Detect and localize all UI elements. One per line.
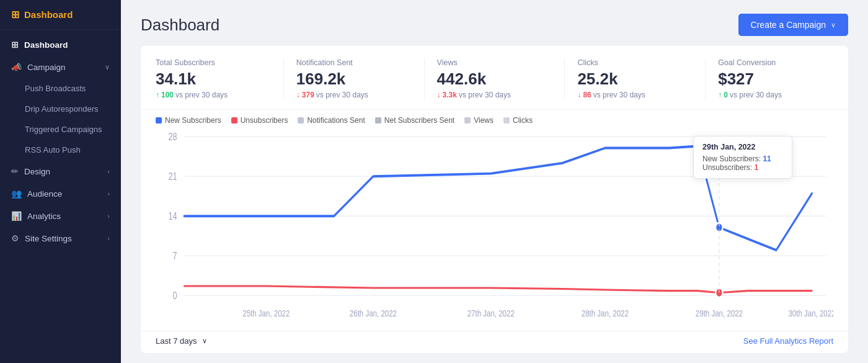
up-arrow-4: ↑: [718, 91, 722, 99]
time-filter[interactable]: Last 7 days ∨: [156, 336, 207, 346]
stat-value-3: 25.2k: [577, 69, 693, 89]
sidebar-label-audience: Audience: [27, 189, 62, 199]
legend-label-notifications: Notifications Sent: [307, 116, 365, 125]
tooltip-unsubscribers-row: Unsubscribers: 1: [702, 163, 783, 172]
legend-label-net-subscribers: Net Subscribers Sent: [384, 116, 454, 125]
sidebar-item-push-broadcasts[interactable]: Push Broadcasts: [0, 78, 121, 99]
svg-text:28th Jan, 2022: 28th Jan, 2022: [582, 308, 629, 318]
legend-clicks: Clicks: [503, 116, 533, 125]
create-campaign-button[interactable]: Create a Campaign ∨: [738, 14, 848, 36]
up-arrow-0: ↑: [156, 91, 159, 99]
stat-label-4: Goal Conversion: [718, 58, 833, 67]
main-header: Dashboard Create a Campaign ∨: [121, 0, 868, 46]
chart-area: 28 21 14 7 0 25th Jan, 2022 26th Jan, 20…: [141, 127, 848, 331]
stat-goal-conversion: Goal Conversion $327 ↑ 0 vs prev 30 days: [718, 58, 833, 99]
down-arrow-2: ↓: [437, 91, 441, 99]
sidebar-label-dashboard: Dashboard: [24, 40, 68, 50]
chevron-down-icon-filter: ∨: [202, 337, 207, 345]
create-campaign-label: Create a Campaign: [751, 20, 826, 30]
analytics-icon: 📊: [11, 211, 22, 221]
page-title: Dashboard: [141, 16, 219, 35]
svg-text:7: 7: [172, 251, 177, 262]
sidebar-label-analytics: Analytics: [27, 212, 61, 221]
sidebar-item-rss-auto-push[interactable]: RSS Auto Push: [0, 140, 121, 160]
sidebar-item-analytics[interactable]: 📊 Analytics ›: [0, 205, 121, 227]
settings-icon: ⚙: [11, 233, 19, 243]
stat-clicks: Clicks 25.2k ↓ 86 vs prev 30 days: [577, 58, 706, 99]
sidebar-item-drip-autoresponders[interactable]: Drip Autoresponders: [0, 99, 121, 119]
change-val-0: 100: [161, 91, 174, 99]
change-text-1: vs prev 30 days: [316, 91, 368, 99]
sidebar-logo[interactable]: ⊞ Dashboard: [0, 0, 121, 30]
legend-unsubscribers: Unsubscribers: [231, 116, 288, 125]
legend-views: Views: [464, 116, 494, 125]
stat-change-2: ↓ 3.3k vs prev 30 days: [437, 91, 552, 99]
tooltip-new-subscribers-label: New Subscribers:: [702, 155, 761, 163]
stat-value-2: 442.6k: [437, 69, 552, 89]
tooltip-date: 29th Jan, 2022: [702, 143, 783, 151]
chevron-down-icon-btn: ∨: [831, 21, 836, 29]
svg-text:14: 14: [168, 211, 177, 222]
chart-bottom: Last 7 days ∨ See Full Analytics Report: [141, 331, 848, 353]
stat-change-1: ↓ 379 vs prev 30 days: [296, 91, 412, 99]
sidebar-item-site-settings[interactable]: ⚙ Site Settings ›: [0, 227, 121, 249]
logo-icon: ⊞: [11, 9, 19, 20]
change-val-1: 379: [302, 91, 314, 99]
chevron-right-icon-analytics: ›: [107, 212, 110, 220]
sidebar-label-design: Design: [24, 167, 50, 176]
tooltip-new-subscribers-val: 11: [763, 155, 771, 163]
svg-text:21: 21: [168, 171, 177, 182]
legend-dot-unsubscribers: [231, 117, 237, 123]
dashboard-card: Total Subscribers 34.1k ↑ 100 vs prev 30…: [141, 46, 848, 353]
see-full-analytics[interactable]: See Full Analytics Report: [743, 336, 833, 346]
audience-icon: 👥: [11, 189, 22, 199]
svg-text:25th Jan, 2022: 25th Jan, 2022: [242, 308, 290, 318]
legend-dot-notifications: [298, 117, 304, 123]
legend-dot-clicks: [503, 117, 510, 123]
stat-label-2: Views: [437, 58, 552, 67]
chart-legend: New Subscribers Unsubscribers Notificati…: [141, 110, 848, 127]
stat-total-subscribers: Total Subscribers 34.1k ↑ 100 vs prev 30…: [156, 58, 284, 99]
legend-dot-views: [464, 117, 471, 123]
sidebar-item-audience[interactable]: 👥 Audience ›: [0, 182, 121, 205]
stat-change-3: ↓ 86 vs prev 30 days: [577, 91, 693, 99]
logo-label: Dashboard: [24, 9, 73, 20]
tooltip-unsubscribers-val: 1: [754, 163, 758, 172]
stat-change-4: ↑ 0 vs prev 30 days: [718, 91, 833, 99]
stats-row: Total Subscribers 34.1k ↑ 100 vs prev 30…: [141, 46, 848, 110]
sidebar-item-triggered-campaigns[interactable]: Triggered Campaigns: [0, 119, 121, 140]
legend-new-subscribers: New Subscribers: [156, 116, 221, 125]
svg-text:29th Jan, 2022: 29th Jan, 2022: [696, 308, 743, 318]
legend-net-subscribers: Net Subscribers Sent: [375, 116, 454, 125]
down-arrow-3: ↓: [577, 91, 581, 99]
stat-notification-sent: Notification Sent 169.2k ↓ 379 vs prev 3…: [296, 58, 425, 99]
change-val-4: 0: [724, 91, 728, 99]
chart-tooltip: 29th Jan, 2022 New Subscribers: 11 Unsub…: [693, 136, 792, 179]
legend-dot-net-subscribers: [375, 117, 381, 123]
legend-label-unsubscribers: Unsubscribers: [241, 116, 288, 125]
stat-value-4: $327: [718, 69, 833, 89]
change-text-4: vs prev 30 days: [730, 91, 782, 99]
sidebar: ⊞ Dashboard ⊞ Dashboard 📣 Campaign ∨ Pus…: [0, 0, 121, 363]
sidebar-label-campaign: Campaign: [27, 63, 66, 72]
sidebar-item-dashboard[interactable]: ⊞ Dashboard: [0, 34, 121, 56]
stat-value-1: 169.2k: [296, 69, 412, 89]
change-val-2: 3.3k: [443, 91, 457, 99]
legend-notifications-sent: Notifications Sent: [298, 116, 365, 125]
svg-text:28: 28: [168, 132, 177, 143]
sidebar-item-design[interactable]: ✏ Design ›: [0, 160, 121, 182]
main-content: Dashboard Create a Campaign ∨ Total Subs…: [121, 0, 868, 363]
change-text-0: vs prev 30 days: [175, 91, 228, 99]
stat-label-1: Notification Sent: [296, 58, 412, 67]
chevron-right-icon-settings: ›: [107, 235, 110, 242]
change-text-2: vs prev 30 days: [459, 91, 511, 99]
campaign-icon: 📣: [11, 62, 22, 72]
tooltip-unsubscribers-label: Unsubscribers:: [702, 163, 752, 172]
dashboard-icon: ⊞: [11, 40, 19, 50]
sidebar-item-campaign[interactable]: 📣 Campaign ∨: [0, 56, 121, 78]
design-icon: ✏: [11, 166, 19, 176]
chevron-right-icon-design: ›: [107, 168, 110, 175]
legend-label-new-subscribers: New Subscribers: [165, 116, 221, 125]
svg-text:26th Jan, 2022: 26th Jan, 2022: [350, 308, 397, 318]
stat-views: Views 442.6k ↓ 3.3k vs prev 30 days: [437, 58, 565, 99]
